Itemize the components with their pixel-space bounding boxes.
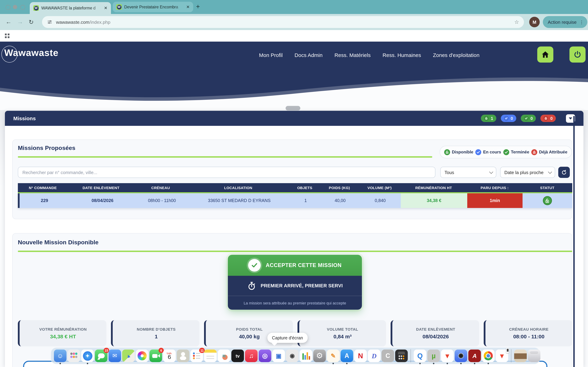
search-input[interactable] xyxy=(18,167,435,178)
forward-icon[interactable]: → xyxy=(17,18,23,25)
dock-c-app-icon[interactable]: C xyxy=(381,350,394,362)
dock-disney-icon[interactable]: D xyxy=(368,350,380,362)
nav-docs-admin[interactable]: Docs Admin xyxy=(294,52,322,58)
traffic-light-minimize[interactable] xyxy=(13,5,17,9)
dock-launchpad-icon[interactable] xyxy=(68,350,80,362)
mission-table-row[interactable]: 229 08/04/2026 08h00 - 11h00 33650 ST ME… xyxy=(18,193,572,208)
dock-safari-icon[interactable]: ✦ xyxy=(81,350,94,362)
missions-title: Missions xyxy=(13,115,36,121)
cell-volume: 0,840 xyxy=(359,193,401,208)
panel-scrollbar[interactable] xyxy=(573,116,575,367)
reload-icon[interactable]: ↻ xyxy=(29,18,34,26)
badge-en-cours[interactable]: 0 xyxy=(501,115,516,122)
dock-podcasts-icon[interactable]: ◎ xyxy=(259,350,271,362)
dock-facetime-icon[interactable]: 6 xyxy=(149,350,162,362)
dock-screenshot-icon[interactable]: ◉ xyxy=(286,350,299,362)
apps-grid-icon[interactable] xyxy=(5,33,9,38)
cell-poids: 40,00 xyxy=(321,193,359,208)
check-icon xyxy=(524,116,528,121)
dock-notes-icon[interactable] xyxy=(204,350,217,362)
brand-logo[interactable]: Wawawaste xyxy=(4,48,59,58)
dock-appstore-icon[interactable]: A xyxy=(341,350,353,362)
refresh-icon xyxy=(561,169,567,175)
dock-downloads-icon[interactable] xyxy=(514,350,527,362)
cell-date: 08/04/2026 xyxy=(69,193,136,208)
nav-ress-materiels[interactable]: Ress. Matériels xyxy=(334,52,371,58)
badge-deja-attribuee[interactable]: 0 xyxy=(541,115,556,122)
stat-date: DATE ENLÈVEMENT08/04/2026 xyxy=(390,320,479,346)
main-nav: Mon Profil Docs Admin Ress. Matériels Re… xyxy=(259,42,479,68)
home-icon xyxy=(541,50,550,59)
check-circle-icon xyxy=(248,259,261,272)
dock-utorrent-icon[interactable]: µ xyxy=(427,350,440,362)
lock-icon xyxy=(531,149,537,155)
profile-avatar[interactable]: M xyxy=(529,17,540,27)
refresh-button[interactable] xyxy=(558,167,570,178)
dock-reminders-icon[interactable]: 11 xyxy=(190,350,203,362)
dock-photos-icon[interactable] xyxy=(136,350,148,362)
browser-tab-inactive[interactable]: W Devenir Prestataire Encombra ✕ xyxy=(113,2,193,12)
dock-netflix-icon[interactable]: N xyxy=(354,350,367,362)
dock-camera-app-icon[interactable] xyxy=(455,350,467,362)
menu-kebab-icon[interactable]: ⋮ xyxy=(579,19,584,25)
tab-title: WAWAWASTE la plateforme d xyxy=(41,6,102,10)
traffic-light-zoom[interactable] xyxy=(20,5,25,10)
dock-brave-icon[interactable]: ▼ xyxy=(441,350,454,362)
check-icon xyxy=(503,149,509,155)
logout-button[interactable] xyxy=(570,47,586,63)
dock-numbers-icon[interactable] xyxy=(300,350,312,362)
heading-underline xyxy=(18,250,572,252)
cell-objets: 1 xyxy=(290,193,321,208)
legend-en-cours: En cours xyxy=(476,149,501,155)
dock-music-icon[interactable]: ♫ xyxy=(245,350,258,362)
fifo-banner: PREMIER ARRIVÉ, PREMIER SERVI La mission… xyxy=(228,276,362,310)
legend-disponible: Disponible xyxy=(444,149,473,155)
home-button[interactable] xyxy=(537,47,553,63)
dock-chrome-icon[interactable] xyxy=(482,350,494,362)
accept-mission-button[interactable]: ACCEPTER CETTE MISSION xyxy=(228,255,362,276)
stat-remuneration: VOTRE RÉMUNÉRATION34,38 € HT xyxy=(18,320,106,346)
dock-contacts-icon[interactable] xyxy=(177,350,189,362)
dock-keynote-icon[interactable]: ▣ xyxy=(272,350,285,362)
dock-trash-icon[interactable] xyxy=(528,350,540,362)
dock-calendar-icon[interactable]: Lun.6 xyxy=(163,350,176,362)
proposees-heading: Missions Proposées xyxy=(18,145,75,152)
nav-ress-humaines[interactable]: Ress. Humaines xyxy=(382,52,421,58)
new-tab-button[interactable]: + xyxy=(196,3,200,10)
url-bar[interactable]: wawawaste.com/index.php ☆ xyxy=(42,16,524,28)
dock-finder-icon[interactable]: ☺ xyxy=(54,350,67,362)
filter-select[interactable]: Tous xyxy=(440,167,496,178)
dock-freeform-icon[interactable]: ≈ xyxy=(218,350,230,362)
traffic-light-close[interactable] xyxy=(6,5,10,10)
wawawaste-favicon: W xyxy=(33,5,39,11)
dock-quicktime-icon[interactable]: Q xyxy=(414,350,426,362)
dock-settings-icon[interactable]: ⚙ xyxy=(313,350,326,362)
dock-appletv-icon[interactable]: tv xyxy=(231,350,244,362)
dock-calculator-icon[interactable] xyxy=(395,350,408,362)
dock-brave-mobile-icon[interactable]: ▼ xyxy=(496,350,508,362)
cell-statut xyxy=(523,193,572,208)
browser-tab-active[interactable]: W WAWAWASTE la plateforme d ✕ xyxy=(30,2,111,14)
dock-acrobat-icon[interactable]: A xyxy=(468,350,481,362)
nav-mon-profil[interactable]: Mon Profil xyxy=(259,52,283,58)
dock-pages-icon[interactable]: ✎ xyxy=(327,350,339,362)
tab-close-icon[interactable]: ✕ xyxy=(186,5,190,9)
dock-mail-icon[interactable]: ✉ xyxy=(109,350,121,362)
nav-zones-exploitation[interactable]: Zones d'exploitation xyxy=(433,52,479,58)
dock-maps-icon[interactable]: ▲ xyxy=(122,350,135,362)
action-required-button[interactable]: Action requise ⋮ xyxy=(543,16,588,28)
bookmark-star-icon[interactable]: ☆ xyxy=(514,19,519,25)
sort-select[interactable]: Date la plus proche xyxy=(500,167,555,178)
badge-terminee[interactable]: 0 xyxy=(521,115,536,122)
badge-disponible[interactable]: 1 xyxy=(481,115,496,122)
cell-creneau: 08h00 - 11h00 xyxy=(136,193,188,208)
tab-close-icon[interactable]: ✕ xyxy=(104,6,107,10)
status-available-icon[interactable] xyxy=(543,196,552,205)
accept-mission-widget: ACCEPTER CETTE MISSION PREMIER ARRIVÉ, P… xyxy=(228,255,362,310)
dock-separator xyxy=(411,349,411,362)
dock-messages-icon[interactable]: 15 xyxy=(95,350,107,362)
back-icon[interactable]: ← xyxy=(6,18,12,25)
screen: W WAWAWASTE la plateforme d ✕ W Devenir … xyxy=(0,0,588,367)
chevron-down-icon xyxy=(489,170,493,174)
tune-icon[interactable] xyxy=(47,19,52,25)
